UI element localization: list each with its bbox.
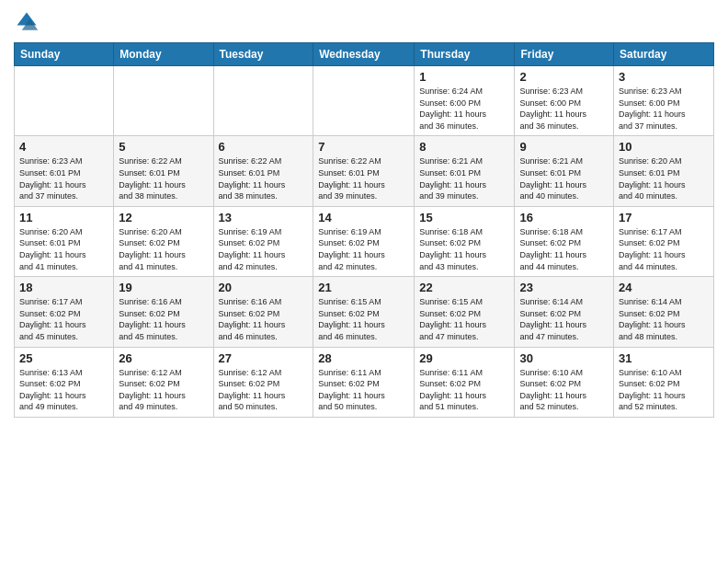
calendar-cell: 28Sunrise: 6:11 AM Sunset: 6:02 PM Dayli… bbox=[313, 347, 415, 417]
calendar-cell bbox=[313, 66, 415, 136]
day-info: Sunrise: 6:12 AM Sunset: 6:02 PM Dayligh… bbox=[219, 367, 309, 413]
day-number: 28 bbox=[318, 351, 409, 365]
calendar-cell: 7Sunrise: 6:22 AM Sunset: 6:01 PM Daylig… bbox=[313, 136, 415, 206]
day-number: 13 bbox=[219, 211, 309, 224]
calendar-cell: 30Sunrise: 6:10 AM Sunset: 6:02 PM Dayli… bbox=[515, 347, 614, 417]
calendar-cell: 18Sunrise: 6:17 AM Sunset: 6:02 PM Dayli… bbox=[15, 277, 114, 347]
calendar-cell: 12Sunrise: 6:20 AM Sunset: 6:02 PM Dayli… bbox=[114, 206, 213, 276]
calendar: SundayMondayTuesdayWednesdayThursdayFrid… bbox=[14, 42, 714, 418]
calendar-cell: 25Sunrise: 6:13 AM Sunset: 6:02 PM Dayli… bbox=[15, 347, 114, 417]
day-number: 22 bbox=[419, 281, 509, 294]
page: SundayMondayTuesdayWednesdayThursdayFrid… bbox=[0, 0, 728, 563]
day-number: 26 bbox=[119, 351, 208, 365]
calendar-cell: 22Sunrise: 6:15 AM Sunset: 6:02 PM Dayli… bbox=[415, 277, 515, 347]
calendar-cell: 15Sunrise: 6:18 AM Sunset: 6:02 PM Dayli… bbox=[415, 206, 515, 276]
day-info: Sunrise: 6:22 AM Sunset: 6:01 PM Dayligh… bbox=[119, 155, 208, 201]
calendar-cell: 5Sunrise: 6:22 AM Sunset: 6:01 PM Daylig… bbox=[114, 136, 213, 206]
calendar-cell bbox=[213, 66, 313, 136]
day-number: 23 bbox=[519, 281, 609, 294]
day-number: 3 bbox=[619, 70, 709, 84]
calendar-cell: 9Sunrise: 6:21 AM Sunset: 6:01 PM Daylig… bbox=[515, 136, 614, 206]
day-info: Sunrise: 6:17 AM Sunset: 6:02 PM Dayligh… bbox=[19, 296, 108, 342]
day-number: 19 bbox=[119, 281, 208, 294]
calendar-cell bbox=[15, 66, 114, 136]
day-number: 2 bbox=[519, 70, 609, 84]
calendar-cell: 8Sunrise: 6:21 AM Sunset: 6:01 PM Daylig… bbox=[415, 136, 515, 206]
calendar-cell: 3Sunrise: 6:23 AM Sunset: 6:00 PM Daylig… bbox=[614, 66, 714, 136]
day-info: Sunrise: 6:19 AM Sunset: 6:02 PM Dayligh… bbox=[318, 226, 409, 272]
day-info: Sunrise: 6:10 AM Sunset: 6:02 PM Dayligh… bbox=[619, 367, 709, 413]
day-info: Sunrise: 6:16 AM Sunset: 6:02 PM Dayligh… bbox=[219, 296, 309, 342]
day-number: 16 bbox=[519, 211, 609, 224]
calendar-cell: 24Sunrise: 6:14 AM Sunset: 6:02 PM Dayli… bbox=[614, 277, 714, 347]
day-header-friday: Friday bbox=[515, 43, 614, 66]
day-info: Sunrise: 6:24 AM Sunset: 6:00 PM Dayligh… bbox=[419, 86, 509, 132]
day-number: 29 bbox=[419, 351, 509, 365]
day-number: 25 bbox=[19, 351, 108, 365]
day-header-saturday: Saturday bbox=[614, 43, 714, 66]
day-header-thursday: Thursday bbox=[415, 43, 515, 66]
day-info: Sunrise: 6:15 AM Sunset: 6:02 PM Dayligh… bbox=[318, 296, 409, 342]
day-number: 21 bbox=[318, 281, 409, 294]
day-info: Sunrise: 6:18 AM Sunset: 6:02 PM Dayligh… bbox=[519, 226, 609, 272]
week-row-5: 25Sunrise: 6:13 AM Sunset: 6:02 PM Dayli… bbox=[15, 347, 714, 417]
logo-icon bbox=[14, 9, 40, 35]
day-header-sunday: Sunday bbox=[15, 43, 114, 66]
day-info: Sunrise: 6:21 AM Sunset: 6:01 PM Dayligh… bbox=[419, 155, 509, 201]
calendar-cell: 27Sunrise: 6:12 AM Sunset: 6:02 PM Dayli… bbox=[213, 347, 313, 417]
calendar-cell: 13Sunrise: 6:19 AM Sunset: 6:02 PM Dayli… bbox=[213, 206, 313, 276]
calendar-cell: 31Sunrise: 6:10 AM Sunset: 6:02 PM Dayli… bbox=[614, 347, 714, 417]
calendar-cell: 2Sunrise: 6:23 AM Sunset: 6:00 PM Daylig… bbox=[515, 66, 614, 136]
day-info: Sunrise: 6:14 AM Sunset: 6:02 PM Dayligh… bbox=[619, 296, 709, 342]
day-number: 27 bbox=[219, 351, 309, 365]
calendar-cell: 6Sunrise: 6:22 AM Sunset: 6:01 PM Daylig… bbox=[213, 136, 313, 206]
day-number: 20 bbox=[219, 281, 309, 294]
day-number: 30 bbox=[519, 351, 609, 365]
day-number: 18 bbox=[19, 281, 108, 294]
day-info: Sunrise: 6:23 AM Sunset: 6:01 PM Dayligh… bbox=[19, 155, 108, 201]
day-number: 31 bbox=[619, 351, 709, 365]
day-info: Sunrise: 6:23 AM Sunset: 6:00 PM Dayligh… bbox=[519, 86, 609, 132]
calendar-cell: 1Sunrise: 6:24 AM Sunset: 6:00 PM Daylig… bbox=[415, 66, 515, 136]
calendar-cell: 17Sunrise: 6:17 AM Sunset: 6:02 PM Dayli… bbox=[614, 206, 714, 276]
calendar-cell: 23Sunrise: 6:14 AM Sunset: 6:02 PM Dayli… bbox=[515, 277, 614, 347]
day-header-monday: Monday bbox=[114, 43, 213, 66]
day-info: Sunrise: 6:17 AM Sunset: 6:02 PM Dayligh… bbox=[619, 226, 709, 272]
days-header-row: SundayMondayTuesdayWednesdayThursdayFrid… bbox=[15, 43, 714, 66]
calendar-cell: 21Sunrise: 6:15 AM Sunset: 6:02 PM Dayli… bbox=[313, 277, 415, 347]
week-row-1: 1Sunrise: 6:24 AM Sunset: 6:00 PM Daylig… bbox=[15, 66, 714, 136]
day-info: Sunrise: 6:15 AM Sunset: 6:02 PM Dayligh… bbox=[419, 296, 509, 342]
header bbox=[14, 9, 714, 35]
day-number: 4 bbox=[19, 140, 108, 154]
day-number: 11 bbox=[19, 211, 108, 224]
day-number: 10 bbox=[619, 140, 709, 154]
day-number: 12 bbox=[119, 211, 208, 224]
day-number: 1 bbox=[419, 70, 509, 84]
day-info: Sunrise: 6:22 AM Sunset: 6:01 PM Dayligh… bbox=[219, 155, 309, 201]
day-header-tuesday: Tuesday bbox=[213, 43, 313, 66]
day-info: Sunrise: 6:20 AM Sunset: 6:01 PM Dayligh… bbox=[619, 155, 709, 201]
day-info: Sunrise: 6:10 AM Sunset: 6:02 PM Dayligh… bbox=[519, 367, 609, 413]
day-info: Sunrise: 6:20 AM Sunset: 6:01 PM Dayligh… bbox=[19, 226, 108, 272]
day-number: 5 bbox=[119, 140, 208, 154]
day-info: Sunrise: 6:18 AM Sunset: 6:02 PM Dayligh… bbox=[419, 226, 509, 272]
calendar-cell: 10Sunrise: 6:20 AM Sunset: 6:01 PM Dayli… bbox=[614, 136, 714, 206]
calendar-cell: 19Sunrise: 6:16 AM Sunset: 6:02 PM Dayli… bbox=[114, 277, 213, 347]
day-info: Sunrise: 6:23 AM Sunset: 6:00 PM Dayligh… bbox=[619, 86, 709, 132]
day-number: 9 bbox=[519, 140, 609, 154]
calendar-cell: 16Sunrise: 6:18 AM Sunset: 6:02 PM Dayli… bbox=[515, 206, 614, 276]
day-info: Sunrise: 6:19 AM Sunset: 6:02 PM Dayligh… bbox=[219, 226, 309, 272]
day-info: Sunrise: 6:14 AM Sunset: 6:02 PM Dayligh… bbox=[519, 296, 609, 342]
day-number: 24 bbox=[619, 281, 709, 294]
day-info: Sunrise: 6:20 AM Sunset: 6:02 PM Dayligh… bbox=[119, 226, 208, 272]
calendar-cell: 26Sunrise: 6:12 AM Sunset: 6:02 PM Dayli… bbox=[114, 347, 213, 417]
day-number: 15 bbox=[419, 211, 509, 224]
day-info: Sunrise: 6:11 AM Sunset: 6:02 PM Dayligh… bbox=[419, 367, 509, 413]
week-row-2: 4Sunrise: 6:23 AM Sunset: 6:01 PM Daylig… bbox=[15, 136, 714, 206]
day-info: Sunrise: 6:11 AM Sunset: 6:02 PM Dayligh… bbox=[318, 367, 409, 413]
day-number: 7 bbox=[318, 140, 409, 154]
day-info: Sunrise: 6:21 AM Sunset: 6:01 PM Dayligh… bbox=[519, 155, 609, 201]
calendar-cell: 29Sunrise: 6:11 AM Sunset: 6:02 PM Dayli… bbox=[415, 347, 515, 417]
logo bbox=[14, 9, 43, 35]
day-number: 14 bbox=[318, 211, 409, 224]
